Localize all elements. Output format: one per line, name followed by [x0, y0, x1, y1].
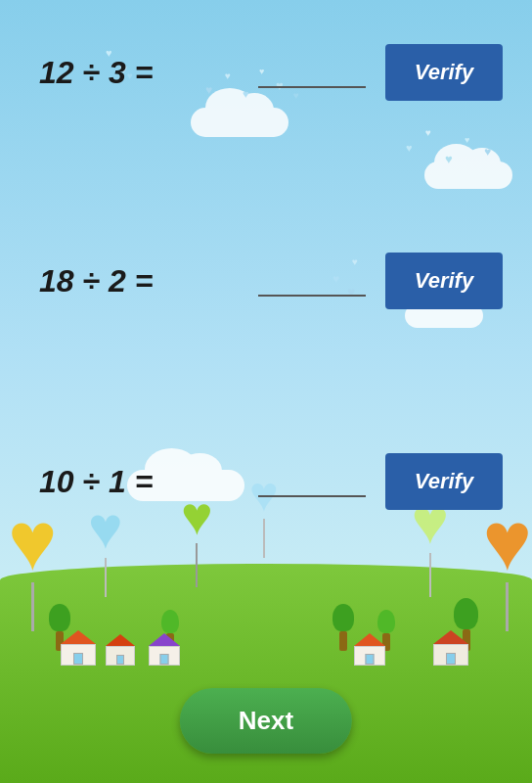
answer-wrapper-1	[258, 53, 366, 92]
answer-wrapper-3	[258, 462, 366, 501]
problem-row-2: 18 ÷ 2 = Verify	[0, 253, 532, 309]
next-button[interactable]: Next	[180, 688, 352, 754]
equation-text-3: 10 ÷ 1 =	[39, 464, 153, 500]
verify-button-1[interactable]: Verify	[385, 44, 503, 101]
equation-2: 18 ÷ 2 =	[39, 263, 153, 299]
equation-text-2: 18 ÷ 2 =	[39, 263, 153, 299]
problem-row-3: 10 ÷ 1 = Verify	[0, 453, 532, 510]
answer-input-2[interactable]	[258, 261, 366, 297]
verify-button-3[interactable]: Verify	[385, 453, 503, 510]
answer-input-3[interactable]	[258, 462, 366, 497]
problem-row-1: 12 ÷ 3 = Verify	[0, 44, 532, 101]
equation-text-1: 12 ÷ 3 =	[39, 55, 153, 91]
main-content: 12 ÷ 3 = Verify 18 ÷ 2 = Verify 10 ÷ 1 =	[0, 0, 532, 783]
equation-1: 12 ÷ 3 =	[39, 55, 153, 91]
equation-3: 10 ÷ 1 =	[39, 464, 153, 500]
verify-button-2[interactable]: Verify	[385, 253, 503, 309]
answer-wrapper-2	[258, 261, 366, 300]
next-button-container: Next	[180, 688, 352, 754]
answer-input-1[interactable]	[258, 53, 366, 88]
